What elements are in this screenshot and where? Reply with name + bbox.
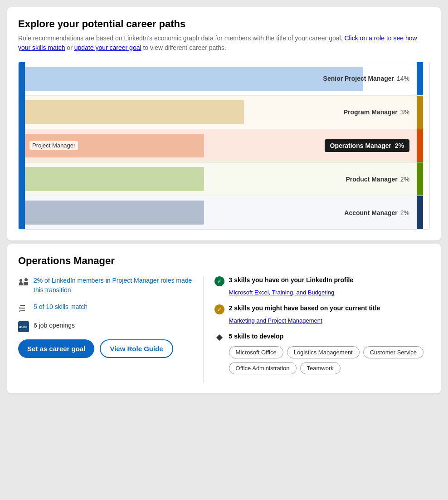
label-ops-mgr: Operations Manager 2% [325, 139, 409, 152]
skills-have-title: 3 skills you have on your LinkedIn profi… [229, 276, 354, 285]
skill-tags-container: Microsoft Office Logistics Management Cu… [229, 346, 430, 374]
bar-fill-senior-pm [25, 67, 363, 91]
chart-row-product-mgr[interactable]: Product Manager 2% [25, 162, 423, 196]
bar-fill-account-mgr [25, 201, 204, 225]
role-name-product-mgr: Product Manager [346, 176, 397, 183]
right-bar-ops-mgr [417, 129, 423, 162]
skill-tag-customer-service[interactable]: Customer Service [363, 346, 424, 358]
role-name-senior-pm: Senior Project Manager [323, 75, 394, 82]
page-title: Explore your potential career paths [18, 18, 430, 30]
skills-have-list: Microsoft Excel, Training, and Budgeting [229, 289, 430, 296]
chart-row-senior-pm[interactable]: Senior Project Manager 14% [25, 62, 423, 96]
people-icon [18, 276, 29, 287]
skills-have-link[interactable]: Microsoft Excel, Training, and Budgeting [229, 289, 335, 296]
ops-manager-title: Operations Manager [18, 255, 430, 267]
right-bar-account-mgr [417, 196, 423, 229]
skills-develop-title: 5 skills to develop [229, 332, 284, 341]
role-name-account-mgr: Account Manager [344, 209, 397, 216]
svg-rect-3 [216, 334, 223, 341]
gold-check-icon: ✓ [214, 304, 224, 314]
bar-fill-product-mgr [25, 167, 204, 191]
skills-match-link[interactable]: 5 of 10 skills match [34, 303, 88, 310]
right-bar-senior-pm [417, 62, 423, 95]
right-bar-program-mgr [417, 96, 423, 129]
role-percent-senior-pm: 14% [397, 75, 409, 82]
skills-stat: 5 of 10 skills match [18, 302, 192, 314]
set-career-goal-button[interactable]: Set as career goal [18, 339, 94, 358]
action-buttons: Set as career goal View Role Guide [18, 339, 192, 358]
skills-might-list: Marketing and Project Management [229, 317, 430, 324]
ops-right-panel: ✓ 3 skills you have on your LinkedIn pro… [204, 276, 430, 382]
label-left-project-mgr: Project Manager [29, 141, 78, 150]
subtitle-gray1: Role recommendations are based on Linked… [18, 34, 344, 42]
jobs-count: 6 job openings [34, 322, 75, 329]
transition-stat: 2% of LinkedIn members in Project Manage… [18, 276, 192, 295]
ops-left-panel: 2% of LinkedIn members in Project Manage… [18, 276, 204, 382]
skills-text: 5 of 10 skills match [34, 302, 88, 312]
jobs-text: 6 job openings [34, 321, 75, 330]
label-account-mgr: Account Manager 2% [344, 209, 409, 216]
skill-tag-logistics[interactable]: Logistics Management [287, 346, 360, 358]
skills-develop-header: 5 skills to develop [214, 332, 430, 343]
company-logo-icon: UCSF [18, 321, 29, 332]
skill-tag-office-admin[interactable]: Office Administration [229, 362, 297, 374]
role-name-ops-mgr: Operations Manager 2% [325, 139, 409, 152]
transition-text: 2% of LinkedIn members in Project Manage… [34, 276, 192, 295]
skills-might-title: 2 skills you might have based on your cu… [229, 304, 380, 313]
label-senior-pm: Senior Project Manager 14% [323, 75, 409, 82]
skills-might-header: ✓ 2 skills you might have based on your … [214, 304, 430, 314]
skill-tag-teamwork[interactable]: Teamwork [300, 362, 341, 374]
operations-manager-card: Operations Manager [7, 244, 441, 393]
skills-have-header: ✓ 3 skills you have on your LinkedIn pro… [214, 276, 430, 286]
label-program-mgr: Program Manager 3% [344, 108, 409, 116]
left-accent-bar [19, 62, 25, 229]
career-paths-card: Explore your potential career paths Role… [7, 7, 441, 240]
chart-row-account-mgr[interactable]: Account Manager 2% [25, 196, 423, 229]
green-check-icon: ✓ [214, 276, 224, 286]
skill-tag-microsoft-office[interactable]: Microsoft Office [229, 346, 283, 358]
role-name-program-mgr: Program Manager [344, 108, 398, 116]
skills-might-link[interactable]: Marketing and Project Management [229, 317, 322, 324]
role-percent-account-mgr: 2% [400, 209, 409, 216]
role-percent-product-mgr: 2% [400, 176, 409, 183]
career-chart: Senior Project Manager 14% Program Manag… [18, 62, 430, 230]
subtitle-link2[interactable]: update your career goal [74, 44, 141, 51]
skills-icon [18, 303, 29, 314]
right-bar-product-mgr [417, 162, 423, 196]
chart-row-program-mgr[interactable]: Program Manager 3% [25, 96, 423, 129]
chart-row-ops-mgr[interactable]: Project Manager Operations Manager 2% [25, 129, 423, 163]
chart-rows: Senior Project Manager 14% Program Manag… [25, 62, 423, 229]
bar-fill-program-mgr [25, 100, 244, 124]
project-manager-link[interactable]: Project Manager roles [112, 277, 175, 284]
transition-percent: 2% of LinkedIn members in [34, 277, 112, 284]
view-role-guide-button[interactable]: View Role Guide [100, 339, 173, 358]
role-percent-program-mgr: 3% [400, 108, 409, 116]
skills-develop-section: 5 skills to develop Microsoft Office Log… [214, 332, 430, 374]
ops-content: 2% of LinkedIn members in Project Manage… [18, 276, 430, 382]
label-product-mgr: Product Manager 2% [346, 176, 409, 183]
skills-might-section: ✓ 2 skills you might have based on your … [214, 304, 430, 324]
jobs-stat: UCSF 6 job openings [18, 321, 192, 332]
diamond-icon [214, 333, 224, 343]
skills-have-section: ✓ 3 skills you have on your LinkedIn pro… [214, 276, 430, 296]
subtitle-gray3: to view different career paths. [141, 44, 226, 51]
subtitle-gray2: or [65, 44, 74, 51]
subtitle-text: Role recommendations are based on Linked… [18, 34, 430, 53]
